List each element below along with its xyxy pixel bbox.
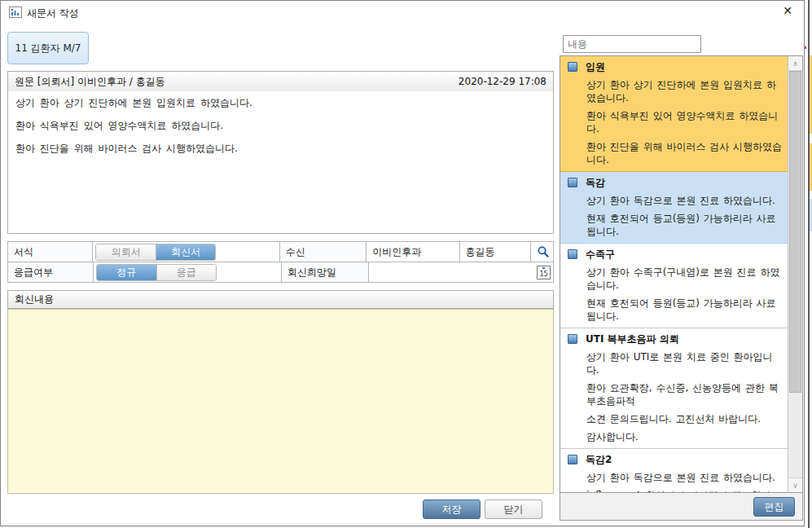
snippet-paragraph: 상기 환아 수족구(구내염)로 본원 진료 하였습니다. [586,266,783,292]
snippet-title-row: UTI 복부초음파 의뢰 [566,332,784,345]
document-chart-icon [9,7,22,18]
snippet-paragraphs: 상기 환아 UTI로 본원 치료 중인 환아입니다.환아 요관확장, 수신증, … [566,350,784,443]
snippet-search-input[interactable] [563,35,701,53]
snippet-paragraph: 환아 식욕부진 있어 영양수액치료 하였습니다. [586,109,783,135]
urgency-option-regular[interactable]: 정규 [97,265,156,280]
title-bar: 새문서 작성 ✕ [1,1,804,24]
list-item[interactable]: 독감 상기 환아 독감으로 본원 진료 하였습니다.현재 호전되어 등교(등원)… [560,172,788,244]
reply-date-label: 회신희망일 [281,262,368,282]
background-fragment [805,46,806,49]
snippet-paragraph: 감사합니다. [586,430,783,443]
snippet-paragraph: 현재 호전되어 등교(등원) 가능하리라 사료됩니다. [586,212,783,238]
snippet-bullet-icon [568,249,577,259]
search-icon[interactable] [537,245,550,258]
recipient-search-cell [530,242,553,262]
snippet-paragraphs: 상기 환아 독감으로 본원 진료 하였습니다.현재 호전되어 등교(등원) 가능… [566,194,784,238]
snippet-bullet-icon [568,178,577,187]
document-paragraph: 환아 식욕부진 있어 영양수액치료 하였습니다. [15,120,546,132]
snippet-paragraph: 소견 문의드립니다. 고진선처 바랍니다. [586,412,783,425]
recipient-label: 수신 [279,242,366,262]
list-item[interactable]: 수족구 상기 환아 수족구(구내염)로 본원 진료 하였습니다.현재 호전되어 … [560,244,788,328]
urgency-label: 응급여부 [8,262,93,282]
scroll-down-icon[interactable]: ∨ [788,477,802,492]
snippet-title: UTI 복부초음파 의뢰 [586,332,679,345]
edit-button[interactable]: 편집 [753,497,795,517]
patient-chip-button[interactable]: 11 김환자 M/7 [7,32,89,64]
save-button[interactable]: 저장 [423,499,481,519]
reply-content-header: 회신내용 [7,290,554,309]
list-item[interactable]: 독감2 상기 환아 독감으로 본원 진료 하였습니다.influenza A 확… [560,449,788,492]
urgency-toggle: 정규 응급 [96,264,217,281]
snippet-list-content: 입원 상기 환아 상기 진단하에 본원 입원치료 하였습니다.환아 식욕부진 있… [560,56,788,492]
snippet-panel-footer: 편집 [560,493,803,521]
snippet-paragraph: 상기 환아 독감으로 본원 진료 하였습니다. [586,471,783,484]
snippet-paragraph: 상기 환아 독감으로 본원 진료 하였습니다. [586,194,783,207]
snippet-title-row: 수족구 [566,248,784,261]
new-document-dialog: 새문서 작성 ✕ 11 김환자 M/7 원문 [의뢰서] 이비인후과 / 홍길동… [0,0,805,526]
doc-type-toggle: 의뢰서 회신서 [95,244,216,261]
calendar-icon[interactable]: 15 [537,266,551,279]
snippet-paragraphs: 상기 환아 상기 진단하에 본원 입원치료 하였습니다.환아 식욕부진 있어 영… [566,78,784,166]
doc-type-option-request[interactable]: 의뢰서 [96,244,156,260]
reply-content-textarea[interactable] [7,309,554,494]
document-paragraph: 환아 진단을 위해 바이러스 검사 시행하였습니다. [15,143,546,155]
original-document-body: 상기 환아 상기 진단하에 본원 입원치료 하였습니다.환아 식욕부진 있어 영… [7,91,554,234]
doc-type-label: 서식 [8,242,92,262]
snippet-list: 입원 상기 환아 상기 진단하에 본원 입원치료 하였습니다.환아 식욕부진 있… [560,55,803,493]
document-paragraph: 상기 환아 상기 진단하에 본원 입원치료 하였습니다. [15,97,546,109]
recipient-dept-field[interactable]: 이비인후과 [366,242,459,262]
snippet-bullet-icon [568,455,577,464]
snippet-title: 입원 [586,60,605,73]
original-document-title: 원문 [의뢰서] 이비인후과 / 홍길동 [15,75,165,89]
snippet-paragraphs: 상기 환아 수족구(구내염)로 본원 진료 하였습니다.현재 호전되어 등원(등… [566,266,784,323]
list-item[interactable]: UTI 복부초음파 의뢰 상기 환아 UTI로 본원 치료 중인 환아입니다.환… [560,328,788,449]
snippet-paragraphs: 상기 환아 독감으로 본원 진료 하였습니다.influenza A 확인되어 … [566,471,784,492]
original-document-datetime: 2020-12-29 17:08 [459,76,546,87]
recipient-name-field[interactable]: 홍길동 [459,242,531,262]
doc-type-cell: 의뢰서 회신서 [92,242,279,262]
dialog-title: 새문서 작성 [27,7,79,20]
list-item[interactable]: 입원 상기 환아 상기 진단하에 본원 입원치료 하였습니다.환아 식욕부진 있… [560,56,788,172]
calendar-icon-dot [542,267,545,269]
close-icon[interactable]: ✕ [779,2,796,19]
snippet-title: 독감 [586,176,605,189]
snippet-paragraph: 환아 진단을 위해 바이러스 검사 시행하였습니다. [586,140,783,166]
reply-form: 서식 의뢰서 회신서 수신 이비인후과 홍길동 응급여부 정규 [7,241,554,283]
snippet-title-row: 입원 [566,60,784,73]
form-row-doctype: 서식 의뢰서 회신서 수신 이비인후과 홍길동 [8,242,553,262]
snippet-bullet-icon [568,62,577,72]
snippet-paragraph: 환아 요관확장, 수신증, 신농양등에 관한 복부초음파적 [586,381,783,407]
snippet-paragraph: 상기 환아 UTI로 본원 치료 중인 환아입니다. [586,350,783,376]
list-scrollbar[interactable]: ∧ ∨ [788,56,802,492]
reply-date-field[interactable]: 15 [368,262,553,282]
snippet-title-row: 독감2 [566,453,784,466]
calendar-icon-day: 15 [538,271,550,279]
snippet-bullet-icon [568,334,577,344]
doc-type-option-reply[interactable]: 회신서 [156,244,216,260]
close-button[interactable]: 닫기 [485,499,542,519]
snippet-paragraph: 상기 환아 상기 진단하에 본원 입원치료 하였습니다. [586,78,783,104]
snippet-title: 수족구 [586,248,615,261]
original-document-header: 원문 [의뢰서] 이비인후과 / 홍길동 2020-12-29 17:08 [7,71,554,92]
snippet-paragraph: influenza A 확인되어 자가격리 필요합니다. [586,489,783,492]
urgency-cell: 정규 응급 [93,262,281,282]
background-window-sliver [805,0,812,528]
scrollbar-thumb[interactable] [789,71,801,393]
snippet-paragraph: 현재 호전되어 등원(등교) 가능하리라 사료됩니다. [586,297,783,323]
snippet-title-row: 독감 [566,176,784,189]
snippet-title: 독감2 [586,453,612,466]
urgency-option-urgent[interactable]: 응급 [156,265,217,280]
form-row-urgency: 응급여부 정규 응급 회신희망일 15 [8,262,553,282]
scroll-up-icon[interactable]: ∧ [788,56,802,71]
